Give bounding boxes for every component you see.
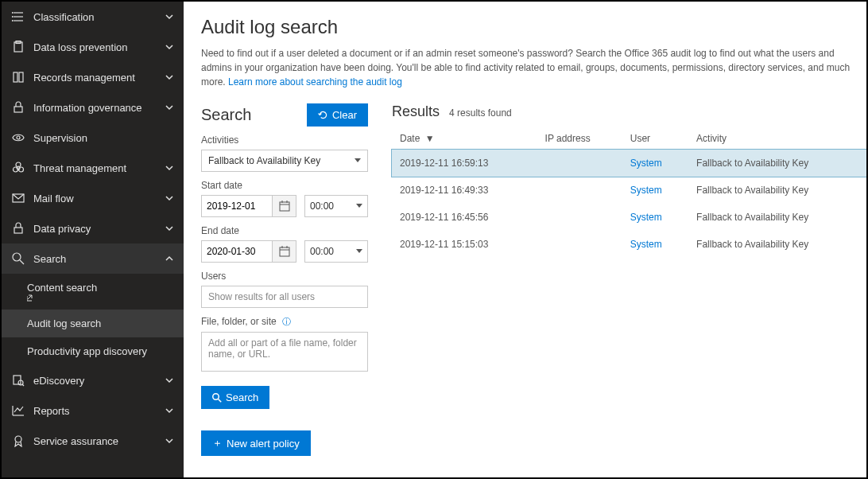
cell-ip — [537, 177, 622, 204]
svg-point-18 — [13, 253, 21, 261]
users-input[interactable] — [201, 286, 368, 308]
chevron-down-icon — [165, 406, 174, 415]
cell-activity: Fallback to Availability Key — [688, 150, 866, 177]
search-icon — [11, 251, 25, 266]
clipboard-icon — [11, 40, 25, 54]
start-date-input[interactable] — [201, 195, 273, 217]
end-date-calendar-button[interactable] — [273, 240, 296, 263]
table-row[interactable]: 2019-12-11 16:59:13SystemFallback to Ava… — [392, 150, 866, 177]
sidebar-item-reports[interactable]: Reports — [2, 395, 184, 426]
svg-point-5 — [12, 21, 13, 21]
sidebar-item-search[interactable]: Search — [2, 243, 184, 274]
col-ip[interactable]: IP address — [537, 128, 622, 150]
chevron-down-icon — [165, 224, 174, 233]
end-date-input[interactable] — [201, 240, 273, 263]
sidebar-item-records-management[interactable]: Records management — [2, 62, 184, 92]
sidebar-subitem-audit-log-search[interactable]: Audit log search — [2, 310, 184, 337]
col-activity[interactable]: Activity — [688, 128, 866, 150]
chevron-down-icon — [165, 436, 174, 446]
svg-rect-28 — [280, 247, 289, 256]
cell-date: 2019-12-11 15:15:03 — [392, 231, 537, 258]
col-date[interactable]: Date ▼ — [392, 128, 537, 150]
new-alert-label: New alert policy — [227, 438, 300, 450]
undo-icon — [318, 110, 328, 120]
search-heading: Search — [201, 106, 251, 124]
results-count: 4 results found — [449, 107, 512, 119]
sidebar-item-supervision[interactable]: Supervision — [2, 123, 184, 153]
sidebar-item-classification[interactable]: Classification — [2, 2, 184, 32]
sidebar-subitem-label: Productivity app discovery — [27, 345, 147, 357]
cell-ip — [537, 231, 622, 258]
user-link[interactable]: System — [630, 158, 662, 169]
ediscovery-icon — [11, 373, 25, 387]
biohazard-icon — [11, 161, 25, 175]
chevron-down-icon — [165, 193, 174, 203]
user-link[interactable]: System — [630, 212, 662, 223]
sidebar-item-label: Reports — [33, 405, 165, 417]
results-heading: Results — [392, 103, 440, 120]
calendar-icon — [279, 201, 290, 212]
sidebar-item-threat-management[interactable]: Threat management — [2, 153, 184, 183]
sidebar-item-ediscovery[interactable]: eDiscovery — [2, 365, 184, 395]
file-input[interactable] — [201, 332, 368, 372]
cell-user: System — [622, 177, 688, 204]
svg-line-22 — [22, 384, 24, 386]
list-icon — [11, 10, 25, 24]
start-time-select[interactable]: 00:00 — [304, 195, 368, 217]
col-user[interactable]: User — [622, 128, 688, 150]
svg-rect-8 — [14, 72, 17, 82]
end-date-label: End date — [201, 225, 368, 236]
sidebar-item-data-privacy[interactable]: Data privacy — [2, 213, 184, 243]
sidebar-item-data-loss-prevention[interactable]: Data loss prevention — [2, 32, 184, 62]
info-icon[interactable]: ⓘ — [282, 317, 291, 326]
clear-button[interactable]: Clear — [307, 103, 368, 127]
cell-date: 2019-12-11 16:49:33 — [392, 177, 537, 204]
svg-line-19 — [20, 260, 24, 264]
mail-icon — [11, 191, 25, 205]
activities-dropdown[interactable]: Fallback to Availability Key — [201, 150, 368, 172]
end-time-value: 00:00 — [310, 246, 334, 257]
start-date-calendar-button[interactable] — [273, 195, 296, 217]
chevron-down-icon — [165, 103, 174, 112]
cell-ip — [537, 204, 622, 231]
activities-value: Fallback to Availability Key — [208, 155, 320, 166]
ribbon-icon — [11, 434, 25, 448]
svg-point-32 — [213, 393, 219, 399]
search-button[interactable]: Search — [201, 386, 269, 409]
cell-user: System — [622, 231, 688, 258]
start-time-value: 00:00 — [310, 201, 334, 212]
sidebar-item-mail-flow[interactable]: Mail flow — [2, 183, 184, 213]
page-description: Need to find out if a user deleted a doc… — [201, 46, 866, 89]
external-link-icon — [27, 294, 174, 302]
sidebar-item-label: Threat management — [33, 162, 165, 174]
activities-label: Activities — [201, 134, 368, 146]
new-alert-button[interactable]: ＋ New alert policy — [201, 430, 311, 456]
end-time-select[interactable]: 00:00 — [304, 240, 368, 263]
search-btn-label: Search — [226, 391, 258, 403]
sidebar-item-information-governance[interactable]: Information governance — [2, 92, 184, 123]
results-table: Date ▼ IP address User Activity 2019-12-… — [392, 128, 866, 258]
chevron-down-icon — [165, 72, 174, 82]
svg-rect-24 — [280, 202, 289, 211]
sidebar-item-label: Records management — [33, 72, 165, 84]
sidebar-subitem-content-search[interactable]: Content search — [2, 274, 184, 310]
cell-ip — [537, 150, 622, 177]
caret-down-icon — [356, 204, 362, 208]
file-label-text: File, folder, or site — [201, 316, 277, 327]
sidebar-item-label: Supervision — [33, 132, 174, 144]
table-row[interactable]: 2019-12-11 16:49:33SystemFallback to Ava… — [392, 177, 866, 204]
sidebar-item-label: eDiscovery — [33, 375, 165, 387]
sidebar-item-label: Data loss prevention — [33, 41, 165, 53]
learn-more-link[interactable]: Learn more about searching the audit log — [228, 76, 402, 88]
user-link[interactable]: System — [630, 239, 662, 250]
table-row[interactable]: 2019-12-11 15:15:03SystemFallback to Ava… — [392, 231, 866, 258]
user-link[interactable]: System — [630, 185, 662, 196]
sort-desc-icon: ▼ — [425, 133, 435, 144]
sidebar-item-service-assurance[interactable]: Service assurance — [2, 426, 184, 456]
clear-label: Clear — [332, 109, 357, 121]
sidebar-subitem-productivity-app-discovery[interactable]: Productivity app discovery — [2, 337, 184, 365]
sidebar: ClassificationData loss preventionRecord… — [2, 2, 184, 477]
cell-activity: Fallback to Availability Key — [688, 231, 866, 258]
eye-icon — [11, 130, 25, 145]
table-row[interactable]: 2019-12-11 16:45:56SystemFallback to Ava… — [392, 204, 866, 231]
